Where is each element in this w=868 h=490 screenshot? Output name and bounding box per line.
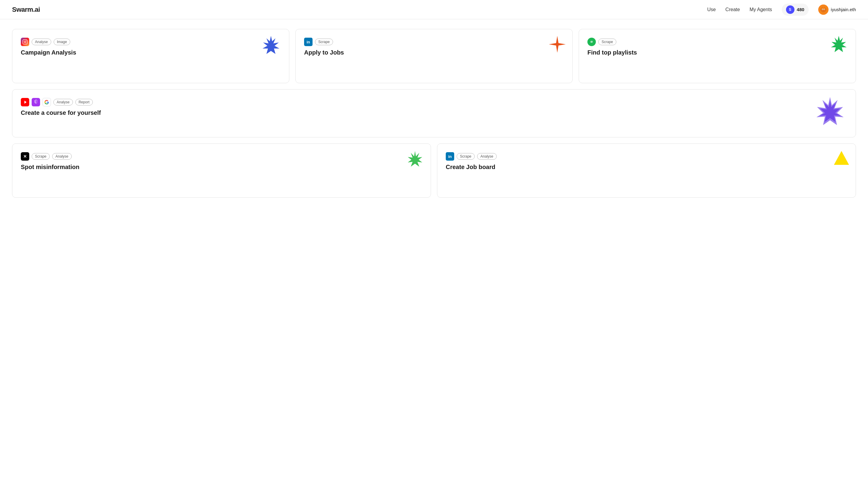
card-playlists[interactable]: Scrape Find top playlists: [579, 29, 856, 83]
card-title-playlists: Find top playlists: [587, 49, 847, 56]
token-badge: S 480: [782, 4, 809, 16]
instagram-icon: [21, 38, 29, 46]
token-amount: 480: [797, 7, 804, 12]
main-content: Analyse Image Campaign Analysis in Scrap…: [0, 19, 868, 207]
card-job-board[interactable]: in Scrape Analyse Create Job board: [437, 144, 856, 198]
card-icon-misinfo: [405, 150, 425, 170]
tag-image: Image: [54, 38, 70, 45]
svg-rect-6: [23, 40, 27, 44]
card-tags-course: Ü Analyse Report: [21, 98, 847, 106]
card-tags-campaign: Analyse Image: [21, 38, 281, 46]
card-title-jobboard: Create Job board: [446, 164, 847, 171]
card-title-misinfo: Spot misinformation: [21, 164, 422, 171]
tag-analyse: Analyse: [32, 38, 51, 45]
svg-marker-11: [834, 151, 849, 165]
svg-point-4: [822, 9, 823, 10]
user-info[interactable]: iyushjain.eth: [818, 4, 856, 15]
card-tags-jobboard: in Scrape Analyse: [446, 152, 847, 161]
top-cards-grid: Analyse Image Campaign Analysis in Scrap…: [12, 29, 856, 83]
bottom-cards-grid: ✕ Scrape Analyse Spot misinformation in …: [12, 144, 856, 198]
x-icon: ✕: [21, 152, 29, 161]
svg-marker-10: [24, 101, 27, 104]
tag-report-course: Report: [75, 99, 93, 105]
username: iyushjain.eth: [831, 7, 856, 12]
brand-logo: Swarm.ai: [12, 6, 40, 13]
linkedin-icon-jobboard: in: [446, 152, 454, 161]
tag-analyse-course: Analyse: [53, 99, 73, 105]
yellow-triangle-icon: [833, 150, 849, 166]
card-create-course[interactable]: Ü Analyse Report Create a course for you…: [12, 89, 856, 137]
avatar: [818, 4, 829, 15]
green-star-icon: [828, 35, 849, 57]
card-icon-course: [810, 95, 849, 136]
svg-point-7: [24, 41, 26, 43]
navbar-right: Use Create My Agents S 480 iyu: [707, 4, 856, 16]
card-tags-misinfo: ✕ Scrape Analyse: [21, 152, 422, 161]
purple-star-icon: [810, 95, 849, 135]
card-spot-misinformation[interactable]: ✕ Scrape Analyse Spot misinformation: [12, 144, 431, 198]
linkedin-icon-jobs: in: [304, 38, 313, 46]
google-icon: [42, 98, 51, 106]
card-icon-jobs: [548, 35, 566, 55]
card-title-jobs: Apply to Jobs: [304, 49, 564, 56]
card-icon-playlists: [828, 35, 849, 58]
tag-analyse-misinfo: Analyse: [52, 153, 72, 160]
card-campaign-analysis[interactable]: Analyse Image Campaign Analysis: [12, 29, 289, 83]
card-icon-jobboard: [833, 150, 849, 167]
tag-scrape-jobboard: Scrape: [457, 153, 475, 160]
green-small-star-icon: [405, 150, 425, 169]
tag-analyse-jobboard: Analyse: [477, 153, 497, 160]
token-symbol: S: [786, 5, 795, 14]
blue-star-icon: [259, 35, 283, 59]
nav-my-agents[interactable]: My Agents: [749, 7, 772, 12]
svg-point-5: [824, 9, 825, 10]
orange-star-icon: [548, 35, 566, 53]
card-title-campaign: Campaign Analysis: [21, 49, 281, 56]
card-tags-jobs: in Scrape: [304, 38, 564, 46]
spotify-icon: [587, 38, 596, 46]
svg-point-8: [26, 40, 27, 41]
card-icon-campaign: [259, 35, 283, 61]
nav-use[interactable]: Use: [707, 7, 715, 12]
tag-scrape-playlists: Scrape: [598, 38, 616, 45]
youtube-icon: [21, 98, 29, 106]
card-title-course: Create a course for yourself: [21, 110, 847, 116]
card-tags-playlists: Scrape: [587, 38, 847, 46]
navbar: Swarm.ai Use Create My Agents S 480: [0, 0, 868, 19]
card-apply-jobs[interactable]: in Scrape Apply to Jobs: [296, 29, 572, 83]
nav-create[interactable]: Create: [725, 7, 740, 12]
udemy-icon: Ü: [32, 98, 40, 106]
tag-scrape-misinfo: Scrape: [32, 153, 50, 160]
tag-scrape-jobs: Scrape: [315, 38, 333, 45]
